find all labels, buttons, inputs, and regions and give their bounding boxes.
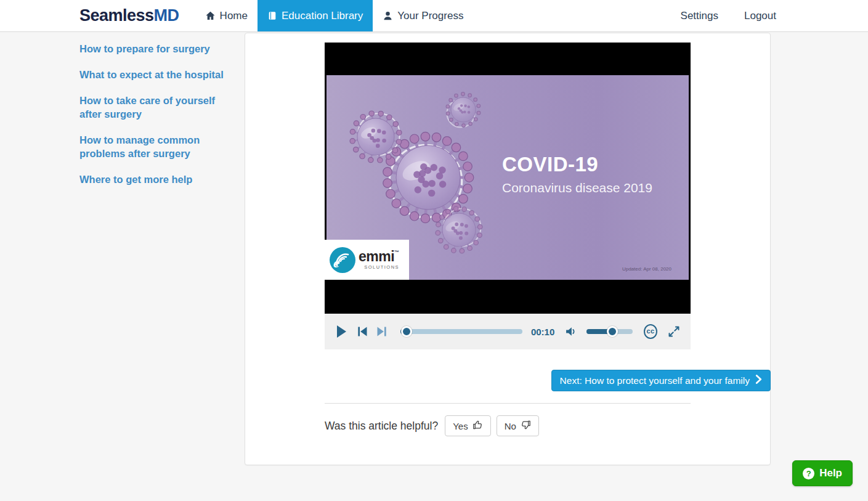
video-controls-bar: 00:10 cc [325, 314, 691, 349]
seek-handle[interactable] [401, 326, 412, 337]
helpful-yes-button[interactable]: Yes [445, 415, 490, 436]
play-button[interactable] [335, 325, 347, 338]
volume-slider[interactable] [586, 329, 633, 334]
article-feedback: Was this article helpful? Yes No [325, 415, 770, 436]
nav-links: Home Education Library Your Progress [195, 0, 474, 31]
sidebar: How to prepare for surgery What to expec… [79, 42, 227, 198]
nav-item-education-library[interactable]: Education Library [258, 0, 373, 31]
brand-md: MD [154, 6, 179, 25]
video-screen[interactable]: COVID-19 Coronavirus disease 2019 Update… [325, 43, 691, 314]
closed-captions-button[interactable]: cc [644, 324, 657, 339]
fullscreen-button[interactable] [668, 325, 680, 338]
nav-item-label: Education Library [282, 10, 363, 22]
nav-item-label: Home [220, 10, 248, 22]
sidebar-item-get-more-help[interactable]: Where to get more help [79, 173, 227, 186]
home-icon [205, 10, 216, 21]
slide-titles: COVID-19 Coronavirus disease 2019 [502, 153, 652, 195]
next-article-button[interactable]: Next: How to protect yourself and your f… [551, 370, 771, 391]
time-display: 00:10 [531, 327, 554, 337]
help-label: Help [819, 467, 842, 479]
yes-label: Yes [453, 421, 468, 431]
logout-link[interactable]: Logout [744, 10, 776, 22]
emmi-logo-mark: e [328, 245, 357, 275]
nav-right: Settings Logout [681, 0, 776, 31]
emmi-tagline: SOLUTIONS [364, 264, 399, 270]
slide-title: COVID-19 [502, 153, 652, 176]
sidebar-item-expect-at-hospital[interactable]: What to expect at the hospital [79, 68, 227, 81]
next-row: Next: How to protect yourself and your f… [325, 370, 771, 391]
helpful-no-button[interactable]: No [497, 415, 539, 436]
brand-logo[interactable]: SeamlessMD [79, 0, 179, 31]
skip-forward-button[interactable] [376, 325, 388, 338]
emmi-e-glyph: e [333, 255, 339, 271]
help-button[interactable]: ? Help [792, 460, 853, 486]
helpful-question: Was this article helpful? [325, 420, 438, 433]
nav-item-home[interactable]: Home [195, 0, 258, 31]
emmi-tm: ™ [394, 250, 399, 255]
video-player: COVID-19 Coronavirus disease 2019 Update… [325, 43, 691, 349]
emmi-logo: e emmi™ SOLUTIONS [325, 240, 409, 280]
nav-item-label: Your Progress [397, 10, 463, 22]
top-navigation: SeamlessMD Home Education Library Your P… [0, 0, 868, 32]
next-article-label: Next: How to protect yourself and your f… [560, 375, 750, 386]
sidebar-item-take-care-after-surgery[interactable]: How to take care of yourself after surge… [79, 94, 227, 121]
slide-updated-date: Updated: Apr 08, 2020 [622, 266, 671, 272]
slide-subtitle: Coronavirus disease 2019 [502, 181, 652, 195]
thumbs-down-icon [521, 420, 531, 432]
mute-button[interactable] [564, 325, 578, 338]
section-divider [325, 403, 691, 404]
thumbs-up-icon [473, 420, 483, 432]
user-icon [383, 10, 393, 21]
question-circle-icon: ? [803, 468, 814, 479]
emmi-word: emmi [359, 248, 394, 264]
no-label: No [505, 421, 516, 431]
sidebar-item-prepare-for-surgery[interactable]: How to prepare for surgery [79, 42, 227, 55]
emmi-wordmark: emmi™ SOLUTIONS [359, 250, 399, 270]
content-card: COVID-19 Coronavirus disease 2019 Update… [245, 33, 771, 465]
seek-bar[interactable] [400, 329, 522, 334]
nav-item-your-progress[interactable]: Your Progress [373, 0, 473, 31]
settings-link[interactable]: Settings [681, 10, 718, 22]
brand-seamless: Seamless [79, 6, 154, 25]
sidebar-item-manage-problems[interactable]: How to manage common problems after surg… [79, 133, 227, 160]
previous-button[interactable] [356, 325, 368, 338]
chevron-right-icon [755, 375, 762, 386]
book-icon [267, 10, 277, 21]
volume-handle[interactable] [607, 326, 618, 337]
